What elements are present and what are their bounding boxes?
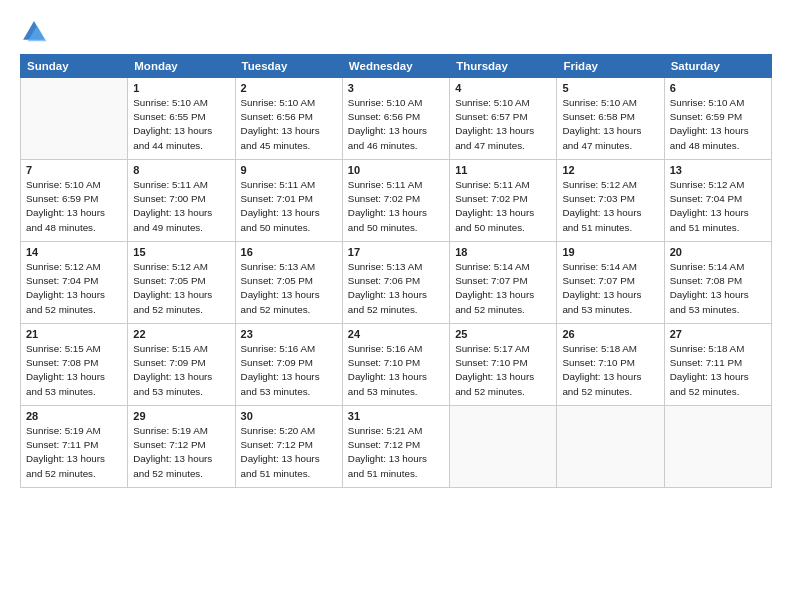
day-detail: Sunrise: 5:14 AMSunset: 7:07 PMDaylight:…: [455, 260, 551, 317]
day-number: 26: [562, 328, 658, 340]
day-number: 25: [455, 328, 551, 340]
weekday-header-tuesday: Tuesday: [235, 55, 342, 78]
day-detail: Sunrise: 5:19 AMSunset: 7:12 PMDaylight:…: [133, 424, 229, 481]
day-number: 13: [670, 164, 766, 176]
day-detail: Sunrise: 5:13 AMSunset: 7:06 PMDaylight:…: [348, 260, 444, 317]
day-number: 24: [348, 328, 444, 340]
day-detail: Sunrise: 5:10 AMSunset: 6:58 PMDaylight:…: [562, 96, 658, 153]
day-detail: Sunrise: 5:10 AMSunset: 6:57 PMDaylight:…: [455, 96, 551, 153]
weekday-header-friday: Friday: [557, 55, 664, 78]
calendar-cell: 16Sunrise: 5:13 AMSunset: 7:05 PMDayligh…: [235, 242, 342, 324]
day-number: 1: [133, 82, 229, 94]
day-number: 21: [26, 328, 122, 340]
day-number: 8: [133, 164, 229, 176]
day-detail: Sunrise: 5:15 AMSunset: 7:09 PMDaylight:…: [133, 342, 229, 399]
calendar-cell: 9Sunrise: 5:11 AMSunset: 7:01 PMDaylight…: [235, 160, 342, 242]
day-number: 2: [241, 82, 337, 94]
day-number: 22: [133, 328, 229, 340]
week-row-1: 1Sunrise: 5:10 AMSunset: 6:55 PMDaylight…: [21, 78, 772, 160]
day-number: 23: [241, 328, 337, 340]
day-detail: Sunrise: 5:14 AMSunset: 7:08 PMDaylight:…: [670, 260, 766, 317]
calendar-cell: [21, 78, 128, 160]
day-detail: Sunrise: 5:16 AMSunset: 7:09 PMDaylight:…: [241, 342, 337, 399]
day-number: 18: [455, 246, 551, 258]
calendar-cell: 28Sunrise: 5:19 AMSunset: 7:11 PMDayligh…: [21, 406, 128, 488]
calendar-cell: 21Sunrise: 5:15 AMSunset: 7:08 PMDayligh…: [21, 324, 128, 406]
day-detail: Sunrise: 5:17 AMSunset: 7:10 PMDaylight:…: [455, 342, 551, 399]
day-detail: Sunrise: 5:14 AMSunset: 7:07 PMDaylight:…: [562, 260, 658, 317]
week-row-4: 21Sunrise: 5:15 AMSunset: 7:08 PMDayligh…: [21, 324, 772, 406]
weekday-header-monday: Monday: [128, 55, 235, 78]
calendar-cell: 10Sunrise: 5:11 AMSunset: 7:02 PMDayligh…: [342, 160, 449, 242]
day-number: 15: [133, 246, 229, 258]
calendar-cell: 13Sunrise: 5:12 AMSunset: 7:04 PMDayligh…: [664, 160, 771, 242]
day-number: 31: [348, 410, 444, 422]
day-number: 29: [133, 410, 229, 422]
calendar-cell: 12Sunrise: 5:12 AMSunset: 7:03 PMDayligh…: [557, 160, 664, 242]
weekday-header-saturday: Saturday: [664, 55, 771, 78]
calendar-cell: 14Sunrise: 5:12 AMSunset: 7:04 PMDayligh…: [21, 242, 128, 324]
calendar-cell: 17Sunrise: 5:13 AMSunset: 7:06 PMDayligh…: [342, 242, 449, 324]
day-detail: Sunrise: 5:12 AMSunset: 7:04 PMDaylight:…: [670, 178, 766, 235]
day-detail: Sunrise: 5:11 AMSunset: 7:01 PMDaylight:…: [241, 178, 337, 235]
day-detail: Sunrise: 5:10 AMSunset: 6:55 PMDaylight:…: [133, 96, 229, 153]
day-detail: Sunrise: 5:20 AMSunset: 7:12 PMDaylight:…: [241, 424, 337, 481]
day-detail: Sunrise: 5:10 AMSunset: 6:59 PMDaylight:…: [670, 96, 766, 153]
weekday-header-sunday: Sunday: [21, 55, 128, 78]
logo-icon: [20, 18, 48, 46]
page: SundayMondayTuesdayWednesdayThursdayFrid…: [0, 0, 792, 612]
logo: [20, 18, 52, 46]
day-number: 30: [241, 410, 337, 422]
day-detail: Sunrise: 5:10 AMSunset: 6:56 PMDaylight:…: [241, 96, 337, 153]
calendar-cell: 11Sunrise: 5:11 AMSunset: 7:02 PMDayligh…: [450, 160, 557, 242]
calendar-cell: 3Sunrise: 5:10 AMSunset: 6:56 PMDaylight…: [342, 78, 449, 160]
weekday-header-wednesday: Wednesday: [342, 55, 449, 78]
calendar-cell: 6Sunrise: 5:10 AMSunset: 6:59 PMDaylight…: [664, 78, 771, 160]
day-detail: Sunrise: 5:10 AMSunset: 6:56 PMDaylight:…: [348, 96, 444, 153]
day-detail: Sunrise: 5:15 AMSunset: 7:08 PMDaylight:…: [26, 342, 122, 399]
day-number: 11: [455, 164, 551, 176]
calendar-cell: [450, 406, 557, 488]
week-row-3: 14Sunrise: 5:12 AMSunset: 7:04 PMDayligh…: [21, 242, 772, 324]
calendar-cell: 22Sunrise: 5:15 AMSunset: 7:09 PMDayligh…: [128, 324, 235, 406]
day-detail: Sunrise: 5:11 AMSunset: 7:02 PMDaylight:…: [348, 178, 444, 235]
calendar-cell: 27Sunrise: 5:18 AMSunset: 7:11 PMDayligh…: [664, 324, 771, 406]
day-detail: Sunrise: 5:10 AMSunset: 6:59 PMDaylight:…: [26, 178, 122, 235]
day-detail: Sunrise: 5:21 AMSunset: 7:12 PMDaylight:…: [348, 424, 444, 481]
calendar-cell: 30Sunrise: 5:20 AMSunset: 7:12 PMDayligh…: [235, 406, 342, 488]
day-number: 12: [562, 164, 658, 176]
day-detail: Sunrise: 5:11 AMSunset: 7:02 PMDaylight:…: [455, 178, 551, 235]
calendar-cell: 7Sunrise: 5:10 AMSunset: 6:59 PMDaylight…: [21, 160, 128, 242]
calendar-cell: 4Sunrise: 5:10 AMSunset: 6:57 PMDaylight…: [450, 78, 557, 160]
day-detail: Sunrise: 5:12 AMSunset: 7:03 PMDaylight:…: [562, 178, 658, 235]
week-row-2: 7Sunrise: 5:10 AMSunset: 6:59 PMDaylight…: [21, 160, 772, 242]
day-number: 4: [455, 82, 551, 94]
day-number: 27: [670, 328, 766, 340]
calendar-cell: 29Sunrise: 5:19 AMSunset: 7:12 PMDayligh…: [128, 406, 235, 488]
day-number: 7: [26, 164, 122, 176]
day-detail: Sunrise: 5:19 AMSunset: 7:11 PMDaylight:…: [26, 424, 122, 481]
calendar-cell: 19Sunrise: 5:14 AMSunset: 7:07 PMDayligh…: [557, 242, 664, 324]
day-detail: Sunrise: 5:18 AMSunset: 7:10 PMDaylight:…: [562, 342, 658, 399]
calendar-cell: 31Sunrise: 5:21 AMSunset: 7:12 PMDayligh…: [342, 406, 449, 488]
calendar-cell: 15Sunrise: 5:12 AMSunset: 7:05 PMDayligh…: [128, 242, 235, 324]
calendar-cell: 24Sunrise: 5:16 AMSunset: 7:10 PMDayligh…: [342, 324, 449, 406]
calendar-cell: 8Sunrise: 5:11 AMSunset: 7:00 PMDaylight…: [128, 160, 235, 242]
day-number: 10: [348, 164, 444, 176]
day-detail: Sunrise: 5:12 AMSunset: 7:04 PMDaylight:…: [26, 260, 122, 317]
week-row-5: 28Sunrise: 5:19 AMSunset: 7:11 PMDayligh…: [21, 406, 772, 488]
calendar-cell: 5Sunrise: 5:10 AMSunset: 6:58 PMDaylight…: [557, 78, 664, 160]
day-number: 6: [670, 82, 766, 94]
weekday-header-thursday: Thursday: [450, 55, 557, 78]
day-number: 14: [26, 246, 122, 258]
calendar-table: SundayMondayTuesdayWednesdayThursdayFrid…: [20, 54, 772, 488]
calendar-cell: 20Sunrise: 5:14 AMSunset: 7:08 PMDayligh…: [664, 242, 771, 324]
day-number: 17: [348, 246, 444, 258]
calendar-cell: 26Sunrise: 5:18 AMSunset: 7:10 PMDayligh…: [557, 324, 664, 406]
day-detail: Sunrise: 5:13 AMSunset: 7:05 PMDaylight:…: [241, 260, 337, 317]
day-detail: Sunrise: 5:16 AMSunset: 7:10 PMDaylight:…: [348, 342, 444, 399]
weekday-header-row: SundayMondayTuesdayWednesdayThursdayFrid…: [21, 55, 772, 78]
day-detail: Sunrise: 5:18 AMSunset: 7:11 PMDaylight:…: [670, 342, 766, 399]
day-number: 3: [348, 82, 444, 94]
calendar-cell: 25Sunrise: 5:17 AMSunset: 7:10 PMDayligh…: [450, 324, 557, 406]
